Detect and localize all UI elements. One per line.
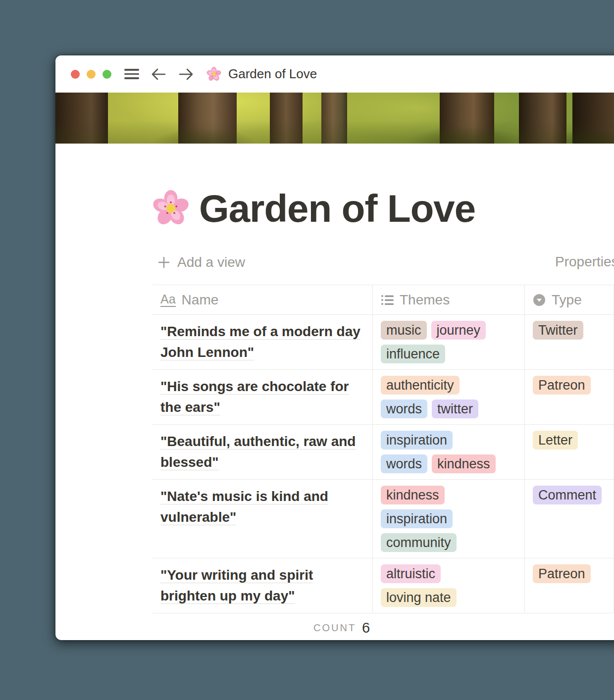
themes-cell[interactable]: authenticitywordstwitter xyxy=(373,370,525,424)
zoom-button[interactable] xyxy=(102,70,111,79)
theme-tag[interactable]: authenticity xyxy=(381,376,460,395)
table-row: "Your writing and spirit brighten up my … xyxy=(153,558,614,613)
type-tag[interactable]: Patreon xyxy=(533,564,591,583)
back-arrow-icon[interactable] xyxy=(150,67,167,82)
properties-button[interactable]: Properties xyxy=(555,254,614,270)
row-title[interactable]: "Beautiful, authentic, raw and blessed" xyxy=(160,434,356,470)
theme-tag[interactable]: music xyxy=(381,321,427,340)
type-cell[interactable]: Twitter xyxy=(525,315,614,369)
theme-tag[interactable]: altruistic xyxy=(381,564,441,583)
cherry-blossom-icon xyxy=(206,67,221,82)
app-window: Garden of Love xyxy=(55,55,614,640)
type-tag[interactable]: Letter xyxy=(533,431,578,450)
add-view-label: Add a view xyxy=(177,254,245,270)
table-row: "His songs are chocolate for the ears" a… xyxy=(153,370,614,425)
minimize-button[interactable] xyxy=(87,70,96,79)
column-label: Name xyxy=(182,292,219,308)
title-property-icon: Aa xyxy=(160,293,176,306)
titlebar: Garden of Love xyxy=(55,55,614,93)
traffic-lights xyxy=(71,70,111,79)
theme-tag[interactable]: words xyxy=(381,454,427,473)
theme-tag[interactable]: community xyxy=(381,533,457,552)
themes-cell[interactable]: kindnessinspirationcommunity xyxy=(373,480,525,558)
name-cell[interactable]: "His songs are chocolate for the ears" xyxy=(153,370,373,424)
row-title[interactable]: "Nate's music is kind and vulnerable" xyxy=(160,489,328,525)
theme-tag[interactable]: inspiration xyxy=(381,431,453,450)
theme-tag[interactable]: influence xyxy=(381,345,445,363)
type-tag[interactable]: Patreon xyxy=(533,376,591,395)
column-header-name[interactable]: Aa Name xyxy=(153,285,373,314)
theme-tag[interactable]: kindness xyxy=(381,486,445,504)
row-title[interactable]: "Reminds me of a modern day John Lennon" xyxy=(160,324,360,360)
select-icon xyxy=(533,294,546,306)
type-tag[interactable]: Comment xyxy=(533,486,602,504)
themes-cell[interactable]: inspirationwordskindness xyxy=(373,425,525,479)
count-label: COUNT xyxy=(313,622,356,634)
table-row: "Nate's music is kind and vulnerable" ki… xyxy=(153,480,614,558)
theme-tag[interactable]: twitter xyxy=(432,400,478,418)
column-label: Type xyxy=(552,292,582,308)
type-cell[interactable]: Letter xyxy=(525,425,614,479)
forward-arrow-icon[interactable] xyxy=(178,67,195,82)
close-button[interactable] xyxy=(71,70,80,79)
type-cell[interactable]: Comment xyxy=(525,480,614,558)
theme-tag[interactable]: journey xyxy=(431,321,486,340)
count-footer[interactable]: COUNT 6 xyxy=(153,613,614,640)
table-row: "Reminds me of a modern day John Lennon"… xyxy=(153,315,614,370)
cherry-blossom-icon xyxy=(153,190,189,227)
page-header: Garden of Love xyxy=(153,189,614,228)
type-cell[interactable]: Patreon xyxy=(525,558,614,613)
count-value: 6 xyxy=(362,620,370,636)
window-title: Garden of Love xyxy=(228,66,317,82)
theme-tag[interactable]: inspiration xyxy=(381,509,453,528)
name-cell[interactable]: "Nate's music is kind and vulnerable" xyxy=(153,480,373,558)
column-label: Themes xyxy=(400,292,450,308)
theme-tag[interactable]: kindness xyxy=(432,454,496,473)
themes-cell[interactable]: musicjourneyinfluence xyxy=(373,315,525,369)
multi-select-icon xyxy=(381,294,394,306)
name-cell[interactable]: "Beautiful, authentic, raw and blessed" xyxy=(153,425,373,479)
name-cell[interactable]: "Reminds me of a modern day John Lennon" xyxy=(153,315,373,369)
column-header-type[interactable]: Type xyxy=(525,285,614,314)
view-toolbar: Add a view Properties xyxy=(55,250,614,274)
table-header-row: Aa Name Themes xyxy=(153,285,614,315)
database-table: Aa Name Themes xyxy=(153,285,614,640)
menu-icon[interactable] xyxy=(124,69,139,79)
plus-icon xyxy=(157,256,170,269)
page-title[interactable]: Garden of Love xyxy=(199,186,475,231)
table-row: "Beautiful, authentic, raw and blessed" … xyxy=(153,425,614,480)
row-title[interactable]: "Your writing and spirit brighten up my … xyxy=(160,567,313,604)
row-title[interactable]: "His songs are chocolate for the ears" xyxy=(160,379,349,415)
theme-tag[interactable]: loving nate xyxy=(381,588,457,607)
type-tag[interactable]: Twitter xyxy=(533,321,583,340)
type-cell[interactable]: Patreon xyxy=(525,370,614,424)
themes-cell[interactable]: altruisticloving nate xyxy=(373,558,525,613)
column-header-themes[interactable]: Themes xyxy=(373,285,525,314)
cover-image xyxy=(55,93,614,144)
name-cell[interactable]: "Your writing and spirit brighten up my … xyxy=(153,558,373,613)
theme-tag[interactable]: words xyxy=(381,400,427,418)
add-view-button[interactable]: Add a view xyxy=(157,254,245,270)
